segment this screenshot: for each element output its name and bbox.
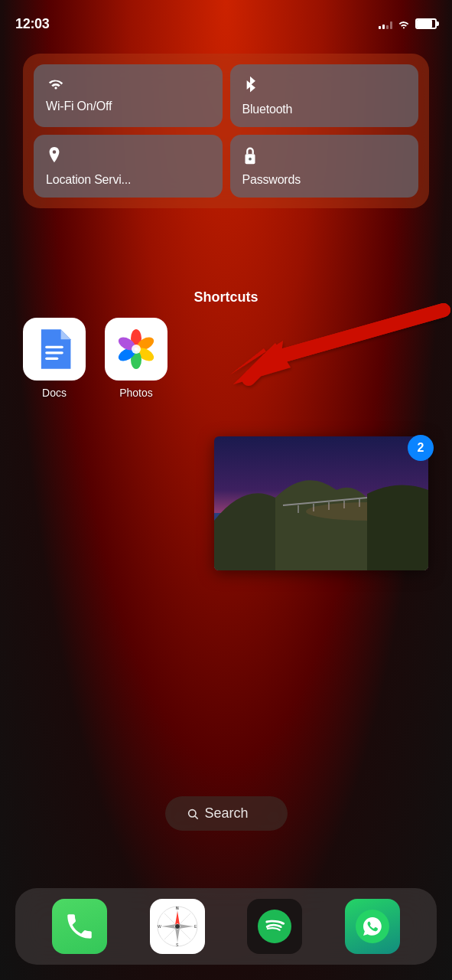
svg-text:N: N	[176, 906, 179, 910]
signal-bar-1	[379, 26, 381, 29]
shortcuts-grid: Wi-Fi On/Off Bluetooth Location Servi...	[34, 64, 418, 198]
photo-thumbnail[interactable]	[214, 436, 428, 570]
shortcut-wifi-label: Wi-Fi On/Off	[46, 100, 112, 113]
photos-icon	[105, 318, 167, 381]
battery-icon	[415, 18, 437, 29]
photos-app[interactable]: Photos	[105, 318, 167, 399]
photos-label: Photos	[119, 387, 153, 399]
svg-line-25	[195, 816, 198, 819]
photo-badge: 2	[408, 435, 434, 461]
location-icon	[46, 145, 63, 168]
wifi-status-icon	[397, 18, 411, 29]
app-row: Docs	[23, 318, 167, 399]
shortcut-passwords-label: Passwords	[242, 173, 301, 187]
docs-label: Docs	[42, 387, 67, 399]
svg-point-15	[132, 345, 141, 354]
signal-bars-icon	[379, 18, 392, 29]
search-icon	[187, 808, 199, 820]
shortcuts-widget: Wi-Fi On/Off Bluetooth Location Servi...	[23, 54, 429, 208]
dock-spotify-button[interactable]	[247, 899, 302, 954]
safari-icon: N S W E	[154, 903, 200, 949]
svg-point-24	[188, 809, 195, 816]
phone-icon	[63, 910, 96, 942]
battery-fill	[417, 20, 432, 28]
bluetooth-icon	[242, 75, 258, 98]
shortcut-location-button[interactable]: Location Servi...	[34, 135, 223, 198]
search-bar-label: Search	[205, 805, 249, 822]
whatsapp-icon	[356, 910, 389, 943]
svg-rect-6	[45, 351, 63, 354]
search-bar[interactable]: Search	[165, 796, 288, 831]
signal-bar-3	[386, 25, 389, 29]
shortcut-passwords-button[interactable]: Passwords	[230, 135, 419, 198]
svg-rect-7	[45, 358, 58, 360]
shortcut-bluetooth-label: Bluetooth	[242, 103, 293, 116]
passwords-icon	[242, 145, 258, 168]
shortcut-wifi-button[interactable]: Wi-Fi On/Off	[34, 64, 223, 127]
dock-phone-button[interactable]	[52, 899, 107, 954]
docs-icon	[23, 318, 86, 381]
status-time: 12:03	[15, 16, 50, 32]
svg-point-42	[258, 910, 291, 943]
dock: N S W E	[15, 888, 437, 965]
signal-bar-4	[390, 21, 392, 29]
signal-bar-2	[382, 24, 385, 29]
shortcut-bluetooth-button[interactable]: Bluetooth	[230, 64, 419, 127]
svg-point-1	[249, 158, 252, 161]
spotify-icon	[258, 910, 291, 943]
status-icons	[379, 18, 437, 29]
dock-whatsapp-button[interactable]	[345, 899, 400, 954]
dock-safari-button[interactable]: N S W E	[150, 899, 205, 954]
status-bar: 12:03	[0, 0, 452, 38]
docs-app[interactable]: Docs	[23, 318, 86, 399]
shortcuts-title: Shortcuts	[0, 289, 452, 305]
svg-point-41	[175, 924, 180, 929]
shortcut-location-label: Location Servi...	[46, 173, 131, 187]
wifi-icon	[46, 75, 66, 95]
svg-text:W: W	[158, 924, 161, 929]
svg-rect-5	[45, 346, 63, 348]
